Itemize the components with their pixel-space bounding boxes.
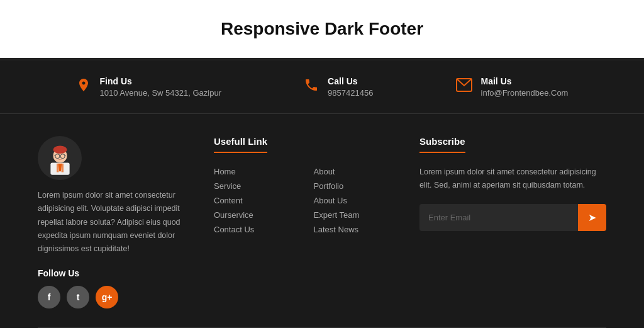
phone-info: Call Us 9857421456 [304, 76, 373, 98]
svg-rect-3 [61, 163, 63, 172]
svg-point-5 [53, 145, 67, 153]
mail-label: Mail Us [481, 76, 569, 86]
mail-icon [456, 78, 472, 96]
phone-icon [304, 77, 319, 96]
address-info: Find Us 1010 Avenue, Sw 54321, Gazipur [76, 76, 221, 98]
page-header: Responsive Dark Footer [0, 0, 644, 60]
links-grid: Home About Service Portfolio Content Abo… [214, 167, 401, 234]
link-home[interactable]: Home [214, 167, 301, 176]
link-about-us[interactable]: About Us [314, 196, 401, 205]
subscribe-description: Lorem ipsum dolor sit amet consectetur a… [419, 166, 606, 193]
twitter-button[interactable]: t [67, 286, 89, 308]
phone-label: Call Us [328, 76, 373, 86]
link-latest-news[interactable]: Latest News [314, 225, 401, 234]
subscribe-button[interactable]: ➤ [578, 204, 606, 231]
footer-columns: Lorem ipsum dolor sit amet consectetur a… [0, 114, 644, 327]
link-about[interactable]: About [314, 167, 401, 176]
footer-info-bar: Find Us 1010 Avenue, Sw 54321, Gazipur C… [0, 60, 644, 114]
location-icon [76, 77, 91, 96]
subscribe-heading: Subscribe [419, 136, 465, 153]
link-portfolio[interactable]: Portfolio [314, 181, 401, 191]
about-column: Lorem ipsum dolor sit amet consectetur a… [38, 136, 195, 308]
footer: Find Us 1010 Avenue, Sw 54321, Gazipur C… [0, 60, 644, 328]
link-ourservice[interactable]: Ourservice [214, 210, 301, 220]
mail-detail: info@Frontendbee.Com [481, 88, 569, 98]
page-title: Responsive Dark Footer [13, 19, 631, 39]
svg-rect-2 [57, 163, 58, 172]
email-info: Mail Us info@Frontendbee.Com [456, 76, 569, 98]
logo-image [38, 136, 82, 180]
email-input[interactable] [419, 204, 578, 231]
phone-text: Call Us 9857421456 [328, 76, 373, 98]
social-icons: f t g+ [38, 286, 195, 308]
links-heading: Usefull Link [214, 136, 267, 153]
facebook-button[interactable]: f [38, 286, 60, 308]
phone-detail: 9857421456 [328, 88, 373, 98]
links-column: Usefull Link Home About Service Portfoli… [214, 136, 401, 308]
link-contact-us[interactable]: Contact Us [214, 225, 301, 234]
link-service[interactable]: Service [214, 181, 301, 191]
about-description: Lorem ipsum dolor sit amet consectetur a… [38, 189, 195, 256]
subscribe-column: Subscribe Lorem ipsum dolor sit amet con… [419, 136, 606, 308]
address-text: Find Us 1010 Avenue, Sw 54321, Gazipur [100, 76, 221, 98]
link-expert-team[interactable]: Expert Team [314, 210, 401, 220]
google-button[interactable]: g+ [96, 286, 118, 308]
mail-text: Mail Us info@Frontendbee.Com [481, 76, 569, 98]
follow-us-section: Follow Us f t g+ [38, 268, 195, 308]
link-content[interactable]: Content [214, 196, 301, 205]
email-form: ➤ [419, 204, 606, 231]
follow-label: Follow Us [38, 268, 195, 278]
address-detail: 1010 Avenue, Sw 54321, Gazipur [100, 88, 221, 98]
address-label: Find Us [100, 76, 221, 86]
